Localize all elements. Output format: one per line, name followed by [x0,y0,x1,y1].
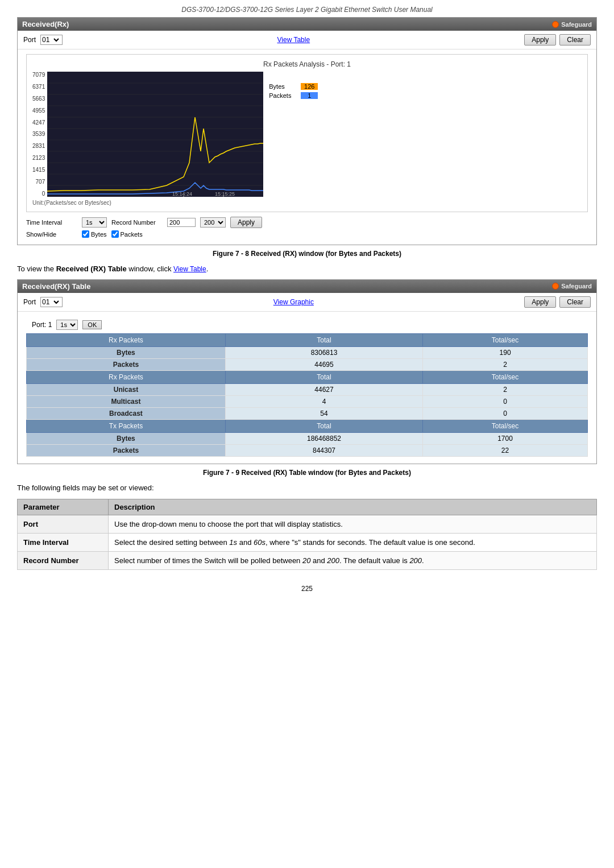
chart-container: Rx Packets Analysis - Port: 1 7079 6371 … [26,54,588,212]
page-number: 225 [0,576,614,602]
multicast-label: Multicast [27,395,226,407]
clear-button-rx[interactable]: Clear [559,34,591,46]
port-dropdown[interactable]: 01 [49,36,61,44]
broadcast-total: 54 [225,407,422,419]
body-text-rx: To view the Received (RX) Table window, … [17,263,597,275]
received-rx-table-panel: Received(RX) Table Safeguard Port 01 01 … [17,279,597,464]
bytes-totalsec: 190 [423,346,588,358]
panel-header-rxtable: Received(RX) Table Safeguard [18,280,596,293]
param-recordnumber-name: Record Number [18,552,109,570]
chart-unit: Unit:(Packets/sec or Bytes/sec) [32,200,582,206]
packets-legend-label: Packets [269,92,297,99]
unicast-total: 44627 [225,383,422,395]
multicast-totalsec: 0 [423,395,588,407]
params-intro: The following fields may be set or viewe… [17,482,597,494]
parameters-table: Parameter Description Port Use the drop-… [17,499,597,570]
record-number-input[interactable] [167,218,196,227]
bytes-legend-label: Bytes [269,83,297,90]
figure2-caption: Figure 7 - 9 Received (RX) Table window … [17,469,597,477]
table-row: Tx Packets Total Total/sec [27,419,588,432]
port-value-display: 01 [42,36,49,44]
port-dropdown-table[interactable]: 01 [49,298,61,306]
table-row: Packets 44695 2 [27,358,588,370]
interval-select-table[interactable]: 1s [56,320,78,330]
apply-button-table[interactable]: Apply [524,296,556,308]
chart-with-y: 7079 6371 5663 4955 4247 3539 2831 2123 … [32,72,263,199]
port-value-table: 01 [42,298,49,306]
packets-legend: Packets 1 [269,92,318,99]
panel-toolbar-rx: Port 01 01 View Table Apply Clear [18,31,596,49]
toolbar-right-table: Apply Clear [524,296,591,308]
packets-checkbox[interactable] [111,230,119,238]
apply-button-rx[interactable]: Apply [524,34,556,46]
port-select-wrapper[interactable]: 01 01 [40,35,63,45]
bytes-checkbox[interactable] [82,230,89,238]
panel-header-rx: Received(Rx) Safeguard [18,18,596,31]
totalsec-header-3: Total/sec [423,419,588,432]
packets-total: 44695 [225,358,422,370]
broadcast-totalsec: 0 [423,407,588,419]
unicast-label: Unicast [27,383,226,395]
view-table-link[interactable]: View Table [277,36,310,44]
params-row-timeinterval: Time Interval Select the desired setting… [18,534,597,552]
total-header-1: Total [225,333,422,346]
param-port-name: Port [18,515,109,534]
record-number-select[interactable]: 200 [200,217,226,228]
show-hide-label: Show/Hide [26,231,77,238]
received-rx-graphic-panel: Received(Rx) Safeguard Port 01 01 View T… [17,17,597,245]
page-title: DGS-3700-12/DGS-3700-12G Series Layer 2 … [0,0,614,17]
totalsec-header-1: Total/sec [423,333,588,346]
packets-legend-value: 1 [301,92,318,99]
svg-rect-0 [47,72,263,197]
panel-title-rxtable: Received(RX) Table [22,282,90,291]
rx-packets-header-1: Rx Packets [27,333,226,346]
tx-packets-label: Packets [27,444,226,456]
table-inner-content: Port: 1 1s OK Rx Packets Total Total/sec… [18,312,596,464]
port-select-table-wrapper[interactable]: 01 01 [40,297,63,307]
port-label-table: Port [23,298,36,306]
desc-col-header: Description [109,499,597,515]
total-header-2: Total [225,370,422,383]
param-port-desc: Use the drop-down menu to choose the por… [109,515,597,534]
figure1-caption: Figure 7 - 8 Received (RX) window (for B… [17,250,597,258]
safeguard-badge-table: Safeguard [552,283,592,290]
totalsec-header-2: Total/sec [423,370,588,383]
packets-checkbox-label[interactable]: Packets [111,230,143,238]
tx-bytes-total: 186468852 [225,432,422,444]
table-row: Bytes 186468852 1700 [27,432,588,444]
param-col-header: Parameter [18,499,109,515]
param-timeinterval-desc: Select the desired setting between 1s an… [109,534,597,552]
params-header-row: Parameter Description [18,499,597,515]
chart-apply-button[interactable]: Apply [230,217,262,228]
clear-button-table[interactable]: Clear [559,296,591,308]
table-row: Rx Packets Total Total/sec [27,333,588,346]
packets-row-label: Packets [27,358,226,370]
chart-area: 7079 6371 5663 4955 4247 3539 2831 2123 … [32,72,582,199]
bytes-legend-value: 126 [301,83,318,90]
table-row: Packets 844307 22 [27,444,588,456]
panel-toolbar-rxtable: Port 01 01 View Graphic Apply Clear [18,293,596,312]
packets-checkbox-text: Packets [121,231,143,238]
view-table-body-link[interactable]: View Table [173,265,206,273]
bytes-total: 8306813 [225,346,422,358]
tx-packets-header: Tx Packets [27,419,226,432]
bytes-row-label: Bytes [27,346,226,358]
tx-bytes-totalsec: 1700 [423,432,588,444]
tx-packets-total: 844307 [225,444,422,456]
chart-legend: Bytes 126 Packets 1 [269,72,318,199]
chart-controls: Time Interval 1s5s10s30s60s Record Numbe… [26,217,588,238]
ok-button[interactable]: OK [82,320,102,329]
time-interval-row: Time Interval 1s5s10s30s60s Record Numbe… [26,217,588,228]
bytes-checkbox-text: Bytes [91,231,107,238]
svg-text:15:15:25: 15:15:25 [215,191,235,197]
params-row-port: Port Use the drop-down menu to choose th… [18,515,597,534]
total-header-3: Total [225,419,422,432]
view-graphic-link[interactable]: View Graphic [273,298,314,306]
table-row: Unicast 44627 2 [27,383,588,395]
unicast-totalsec: 2 [423,383,588,395]
table-row: Bytes 8306813 190 [27,346,588,358]
time-interval-select[interactable]: 1s5s10s30s60s [82,217,107,228]
tx-packets-totalsec: 22 [423,444,588,456]
bytes-checkbox-label[interactable]: Bytes [82,230,107,238]
svg-text:15:14:24: 15:14:24 [172,191,192,197]
